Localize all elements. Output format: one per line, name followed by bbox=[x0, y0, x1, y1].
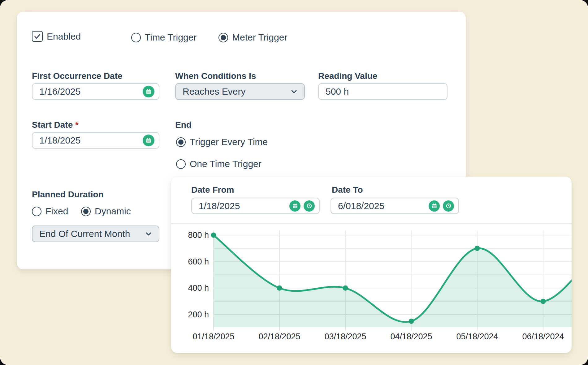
y-tick-label: 800 h bbox=[178, 230, 209, 240]
one-time-trigger-label: One Time Trigger bbox=[190, 159, 262, 169]
x-tick-label: 05/18/2024 bbox=[446, 332, 508, 341]
end-label: End bbox=[175, 120, 192, 130]
history-card: Date From 1/18/2025 bbox=[171, 177, 572, 353]
reading-value-label: Reading Value bbox=[318, 71, 377, 81]
first-occurrence-date-label: First Occurrence Date bbox=[32, 71, 123, 81]
chart-point bbox=[277, 286, 282, 291]
fixed-label: Fixed bbox=[45, 206, 68, 217]
y-tick-label: 200 h bbox=[178, 309, 209, 320]
enabled-label: Enabled bbox=[47, 31, 81, 42]
fixed-radio[interactable] bbox=[32, 207, 41, 216]
start-date-label: Start Date bbox=[32, 120, 73, 130]
when-conditions-value: Reaches Every bbox=[183, 86, 289, 97]
chart-point bbox=[541, 299, 546, 304]
planned-duration-select[interactable]: End Of Current Month bbox=[32, 225, 159, 242]
when-conditions-label: When Conditions Is bbox=[175, 71, 256, 81]
trigger-every-time-radio[interactable] bbox=[176, 137, 186, 147]
when-conditions-select[interactable]: Reaches Every bbox=[175, 83, 305, 100]
planned-duration-value: End Of Current Month bbox=[39, 229, 144, 239]
reading-value-input[interactable]: 500 h bbox=[318, 83, 447, 100]
screen: Enabled Time Trigger Meter Trigger First… bbox=[0, 0, 588, 365]
x-tick-label: 01/18/2025 bbox=[183, 332, 244, 341]
calendar-icon[interactable] bbox=[143, 86, 154, 97]
meter-trigger-label: Meter Trigger bbox=[232, 32, 287, 43]
time-trigger-label: Time Trigger bbox=[145, 32, 197, 43]
x-tick-label: 06/18/2024 bbox=[512, 332, 574, 341]
x-tick-label: 02/18/2025 bbox=[249, 332, 310, 341]
chevron-down-icon bbox=[289, 87, 299, 96]
start-date-value: 1/18/2025 bbox=[39, 135, 143, 146]
enabled-checkbox[interactable] bbox=[32, 31, 43, 42]
x-tick-label: 04/18/2025 bbox=[380, 332, 442, 341]
reading-value-value: 500 h bbox=[326, 86, 443, 97]
first-occurrence-date-input[interactable]: 1/16/2025 bbox=[32, 83, 159, 100]
time-trigger-radio[interactable] bbox=[131, 33, 141, 42]
dynamic-radio[interactable] bbox=[81, 207, 91, 216]
chart-point bbox=[475, 246, 480, 251]
check-icon bbox=[33, 32, 41, 40]
chart-point bbox=[409, 319, 414, 324]
meter-trigger-radio[interactable] bbox=[218, 33, 228, 42]
calendar-icon[interactable] bbox=[143, 135, 154, 146]
chart-area bbox=[214, 232, 572, 327]
chart-point bbox=[343, 286, 348, 291]
chevron-down-icon bbox=[144, 229, 153, 238]
dynamic-label: Dynamic bbox=[95, 206, 131, 217]
x-tick-label: 03/18/2025 bbox=[314, 332, 376, 341]
start-date-input[interactable]: 1/18/2025 bbox=[32, 132, 159, 149]
trigger-every-time-label: Trigger Every Time bbox=[190, 137, 268, 147]
first-occurrence-date-value: 1/16/2025 bbox=[39, 86, 143, 97]
y-tick-label: 600 h bbox=[178, 256, 209, 267]
one-time-trigger-radio[interactable] bbox=[176, 159, 186, 169]
required-asterisk: * bbox=[75, 120, 79, 130]
usage-chart: 200 h400 h600 h800 h01/18/202502/18/2025… bbox=[171, 177, 572, 353]
y-tick-label: 400 h bbox=[178, 283, 209, 293]
planned-duration-label: Planned Duration bbox=[32, 190, 104, 200]
usage-chart-canvas bbox=[171, 177, 572, 353]
chart-point bbox=[211, 233, 216, 238]
